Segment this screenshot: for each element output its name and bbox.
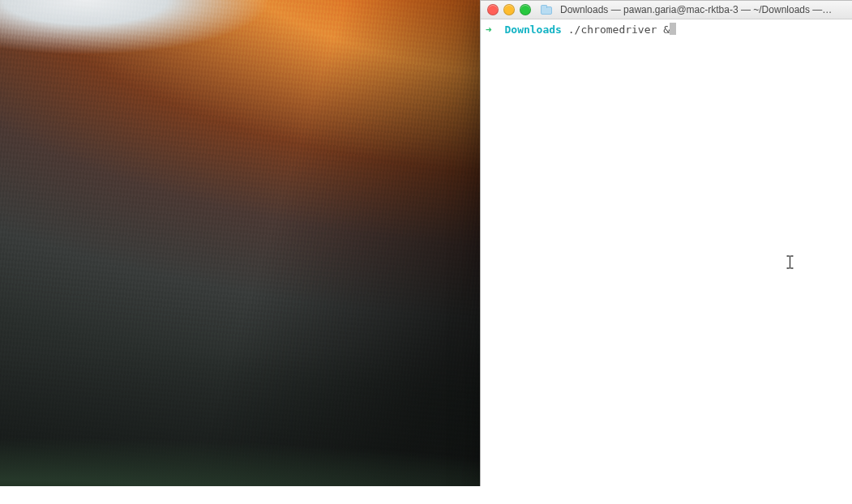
- prompt-cwd: Downloads: [504, 23, 561, 36]
- window-minimize-button[interactable]: [503, 4, 515, 15]
- window-title: Downloads — pawan.garia@mac-rktba-3 — ~/…: [560, 4, 846, 15]
- desktop: Downloads — pawan.garia@mac-rktba-3 — ~/…: [0, 0, 852, 504]
- prompt-command: ./chromedriver &: [568, 23, 670, 36]
- prompt-line: ➜ Downloads ./chromedriver &: [486, 23, 676, 36]
- terminal-window[interactable]: Downloads — pawan.garia@mac-rktba-3 — ~/…: [480, 0, 852, 487]
- window-close-button[interactable]: [487, 4, 499, 15]
- terminal-cursor: [670, 23, 676, 35]
- terminal-body[interactable]: ➜ Downloads ./chromedriver &: [481, 19, 852, 486]
- folder-icon: [541, 5, 552, 15]
- window-zoom-button[interactable]: [520, 4, 531, 15]
- text-cursor-icon: [786, 255, 794, 269]
- prompt-arrow-icon: ➜: [486, 23, 492, 36]
- canvas-edge: [0, 486, 852, 504]
- titlebar[interactable]: Downloads — pawan.garia@mac-rktba-3 — ~/…: [481, 0, 852, 19]
